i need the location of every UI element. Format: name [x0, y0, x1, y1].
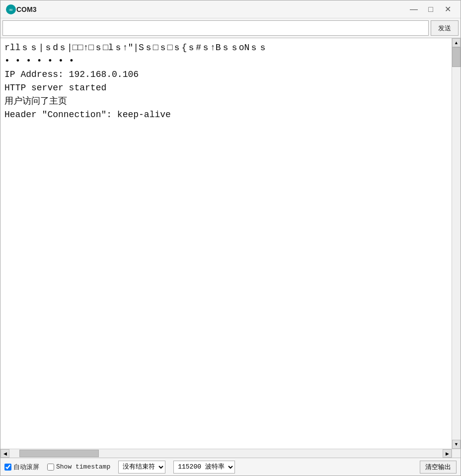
console-line: Header "Connection": keep-alive [4, 108, 448, 122]
console-line: IP Address: 192.168.0.106 [4, 68, 448, 81]
horizontal-scrollbar-row: ◀ ▶ [0, 449, 461, 458]
autoscroll-checkbox[interactable] [4, 464, 11, 471]
horizontal-scrollbar[interactable]: ◀ ▶ [0, 449, 452, 458]
svg-text:∞: ∞ [9, 6, 13, 12]
scroll-track[interactable] [452, 47, 461, 440]
scroll-right-button[interactable]: ▶ [443, 449, 452, 458]
console-area: rllｓｓ|ｓdｓ|□□↑□ｓ□lｓ↑"|Sｓ□ｓ□ｓ{ｓ#ｓ↑BｓｓoNｓｓ•… [0, 38, 461, 449]
minimize-button[interactable]: — [406, 2, 422, 16]
scroll-down-button[interactable]: ▼ [452, 440, 461, 449]
scrollbar-corner [452, 449, 461, 458]
scroll-left-button[interactable]: ◀ [0, 449, 9, 458]
autoscroll-group: 自动滚屏 [4, 463, 39, 472]
scroll-up-button[interactable]: ▲ [452, 38, 461, 47]
console-line: • • • • • • • [4, 55, 448, 68]
status-bar: 自动滚屏 Show timestamp 没有结束符换行符回车符CR+LF 960… [0, 458, 461, 476]
console-line: HTTP server started [4, 81, 448, 95]
send-input[interactable] [2, 20, 429, 36]
console-output: rllｓｓ|ｓdｓ|□□↑□ｓ□lｓ↑"|Sｓ□ｓ□ｓ{ｓ#ｓ↑BｓｓoNｓｓ•… [0, 38, 452, 449]
timestamp-label: Show timestamp [56, 463, 110, 471]
arduino-logo-icon: ∞ [5, 4, 16, 15]
close-button[interactable]: ✕ [440, 2, 456, 16]
maximize-button[interactable]: □ [423, 2, 439, 16]
scroll-thumb[interactable] [452, 47, 461, 67]
window-controls: — □ ✕ [406, 2, 456, 16]
h-scroll-track[interactable] [9, 449, 443, 458]
timestamp-group: Show timestamp [47, 463, 110, 471]
timestamp-checkbox[interactable] [47, 464, 54, 471]
baudrate-select[interactable]: 9600 波特率19200 波特率38400 波特率57600 波特率11520… [173, 461, 235, 474]
console-line: rllｓｓ|ｓdｓ|□□↑□ｓ□lｓ↑"|Sｓ□ｓ□ｓ{ｓ#ｓ↑BｓｓoNｓｓ [4, 41, 448, 55]
send-bar: 发送 [0, 18, 461, 38]
line-ending-select[interactable]: 没有结束符换行符回车符CR+LF [118, 461, 165, 474]
vertical-scrollbar[interactable]: ▲ ▼ [452, 38, 461, 449]
h-scroll-thumb[interactable] [19, 450, 99, 457]
autoscroll-label: 自动滚屏 [13, 463, 39, 472]
send-button[interactable]: 发送 [431, 20, 459, 36]
window-title: COM3 [16, 5, 406, 13]
clear-output-button[interactable]: 清空输出 [420, 461, 457, 474]
title-bar: ∞ COM3 — □ ✕ [0, 0, 461, 18]
console-line: 用户访问了主页 [4, 95, 448, 108]
arduino-serial-monitor-window: ∞ COM3 — □ ✕ 发送 rllｓｓ|ｓdｓ|□□↑□ｓ□lｓ↑"|Sｓ□… [0, 0, 461, 476]
